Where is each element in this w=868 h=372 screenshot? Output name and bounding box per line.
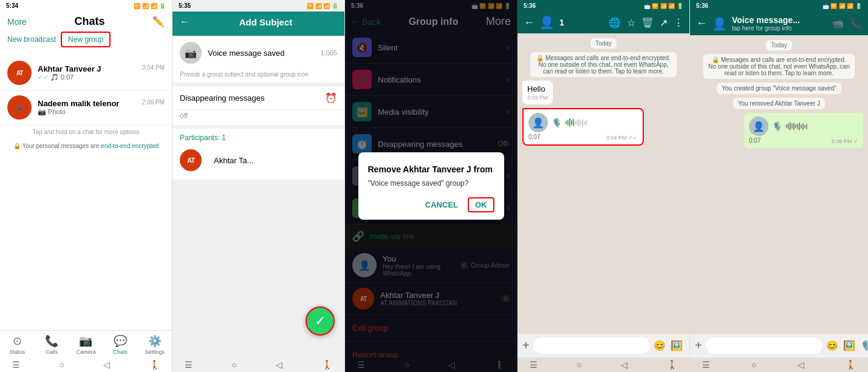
encrypted-link[interactable]: end-to-end encrypted	[101, 143, 159, 149]
panel-chats: 5:34 🛜 📶 📶 🔋 More Chats ✏️ New broadcast…	[0, 0, 173, 372]
group-name-value[interactable]: Voice message saved	[208, 49, 284, 58]
nav-calls[interactable]: 📞 Calls	[35, 334, 69, 355]
dialog-ok-button[interactable]: OK	[468, 197, 494, 212]
system-msg-5: 🔒 Messages and calls are end-to-end encr…	[703, 54, 855, 79]
home-icon-2[interactable]: ○	[232, 360, 237, 370]
panel-chat-sent: 5:36 📩 🛜 📶 📶 🔋 ← 👤 Voice message... tap …	[690, 0, 868, 372]
image-icon-4[interactable]: 🖼️	[671, 340, 683, 351]
nav-settings-label: Settings	[145, 349, 165, 355]
back-icon-4[interactable]: ◁	[621, 360, 627, 370]
status-bar-1: 5:34 🛜 📶 📶 🔋	[0, 0, 172, 12]
disappearing-value: off	[173, 110, 344, 125]
home-icon-5[interactable]: ○	[751, 360, 756, 370]
trash-icon-4[interactable]: 🗑️	[641, 17, 654, 29]
settings-icon: ⚙️	[148, 334, 162, 348]
menu-icon-2[interactable]: ☰	[185, 360, 193, 370]
fab-button[interactable]: ✓	[306, 306, 335, 336]
back-button-4[interactable]: ←	[524, 16, 535, 29]
mic-icon: 🎙️	[552, 118, 562, 127]
group-name-area: 📷 Voice message saved 1,005	[173, 36, 344, 70]
voice-avatar-sent: 👤	[749, 117, 768, 136]
camera-icon: 📷	[79, 334, 92, 348]
sticker-icon-4[interactable]: 😊	[654, 340, 666, 351]
disappearing-row[interactable]: Disappearing messages ⏰	[173, 86, 344, 110]
home-bar-5: ☰ ○ ◁ 🚶	[690, 357, 868, 372]
back-icon-2[interactable]: ◁	[276, 360, 282, 370]
time-4: 5:36	[524, 2, 536, 9]
voice-message-sent[interactable]: 👤 🎙️	[744, 113, 863, 148]
home-icon-4[interactable]: ○	[577, 360, 582, 370]
chat-name-5[interactable]: Voice message...	[732, 15, 827, 25]
input-area-4: + 😊 🖼️ 🎙️	[518, 334, 689, 357]
chat-item-nadeem[interactable]: 👗 Nadeem malik telenor 2:06 PM 📷 Photo	[0, 90, 172, 125]
menu-icon-4[interactable]: ☰	[530, 360, 538, 370]
chat-avatar-5: 👤	[712, 16, 727, 31]
calls-icon: 📞	[45, 334, 58, 348]
chat-name-4: 1	[559, 18, 604, 27]
person-icon-5: 🚶	[846, 360, 856, 370]
chats-icon: 💬	[114, 334, 127, 348]
time-2: 5:35	[179, 2, 191, 9]
back-button-2[interactable]: ←	[180, 16, 190, 27]
voice-message-received[interactable]: 👤 🎙️	[522, 108, 644, 146]
nav-camera-label: Camera	[76, 349, 95, 355]
nav-settings[interactable]: ⚙️ Settings	[137, 334, 172, 355]
nav-status-label: Status	[10, 349, 26, 355]
chat-item-akhtar[interactable]: AT Akhtar Tanveer J 3:04 PM ✓✓ 🎵 0:07	[0, 56, 172, 90]
nav-status[interactable]: ⊙ Status	[0, 334, 35, 355]
avatar-nadeem: 👗	[7, 95, 32, 120]
sticker-icon-5[interactable]: 😊	[826, 340, 838, 351]
home-bar-2: ☰ ○ ◁ 🚶	[173, 357, 344, 372]
back-icon[interactable]: ◁	[103, 360, 110, 370]
edit-icon[interactable]: ✏️	[152, 16, 165, 27]
dialog-cancel-button[interactable]: CANCEL	[425, 197, 458, 212]
menu-icon-5[interactable]: ☰	[702, 360, 710, 370]
message-input-5[interactable]	[706, 337, 822, 354]
char-count: 1,005	[320, 49, 337, 56]
avatar-akhtar: AT	[7, 61, 32, 85]
mic-input-icon-5[interactable]: 🎙️	[860, 340, 868, 351]
more-button[interactable]: More	[7, 17, 27, 27]
day-divider-5: Today	[766, 40, 792, 50]
voice-avatar: 👤	[528, 113, 548, 132]
back-button-5[interactable]: ←	[696, 17, 707, 30]
share-icon-4[interactable]: ↗	[660, 17, 668, 29]
panel-group-info: 5:36 📩 🛜 📶 📶 🔋 ← Back Group info More 🔇 …	[345, 0, 518, 372]
status-icons-1: 🛜 📶 📶 🔋	[134, 3, 166, 9]
status-icon: ⊙	[13, 334, 22, 348]
disappearing-label: Disappearing messages	[180, 93, 264, 103]
plus-icon-5[interactable]: +	[695, 339, 702, 353]
star-icon-4[interactable]: ☆	[627, 17, 635, 29]
video-icon-5[interactable]: 📹	[832, 18, 844, 29]
chat-preview-nadeem: 📷 Photo	[38, 108, 165, 116]
input-area-5: + 😊 🖼️ 🎙️	[690, 334, 868, 357]
participant-item: AT Akhtar Ta...	[180, 146, 337, 175]
mic-icon-sent: 🎙️	[772, 121, 782, 131]
chats-title: Chats	[74, 15, 104, 28]
day-divider-4: Today	[590, 38, 617, 49]
new-group-button[interactable]: New group	[61, 32, 111, 47]
image-icon-5[interactable]: 🖼️	[843, 340, 855, 351]
menu-icon[interactable]: ☰	[12, 360, 20, 370]
video-icon-4[interactable]: 🌐	[609, 17, 621, 29]
call-icon-5[interactable]: 📞	[850, 18, 862, 29]
chat-body-4: Today 🔒 Messages and calls are end-to-en…	[518, 33, 689, 334]
chat-sub-5: tap here for group info	[732, 25, 827, 32]
chat-preview-akhtar: ✓✓ 🎵 0:07	[38, 73, 165, 81]
nav-chats-label: Chats	[113, 349, 128, 355]
nav-chats[interactable]: 💬 Chats	[103, 334, 138, 355]
system-msg-4: 🔒 Messages and calls are end-to-end encr…	[530, 52, 676, 77]
back-icon-5[interactable]: ◁	[798, 360, 804, 370]
home-icon[interactable]: ○	[60, 360, 64, 370]
group-icon-picker[interactable]: 📷	[180, 42, 202, 64]
message-input-4[interactable]	[533, 337, 650, 354]
status-bar-2: 5:35 🛜 📶 📶 🔋	[173, 0, 344, 12]
person-icon-4: 🚶	[667, 360, 677, 370]
dialog-title: Remove Akhtar Tanveer J from	[368, 164, 494, 174]
chat-body-5: Today 🔒 Messages and calls are end-to-en…	[690, 35, 868, 334]
plus-icon-4[interactable]: +	[522, 339, 530, 353]
nav-camera[interactable]: 📷 Camera	[69, 334, 103, 355]
new-broadcast-button[interactable]: New broadcast	[7, 32, 56, 47]
voice-duration-5: 0:07	[749, 137, 760, 144]
more-icon-4[interactable]: ⋮	[674, 17, 683, 29]
